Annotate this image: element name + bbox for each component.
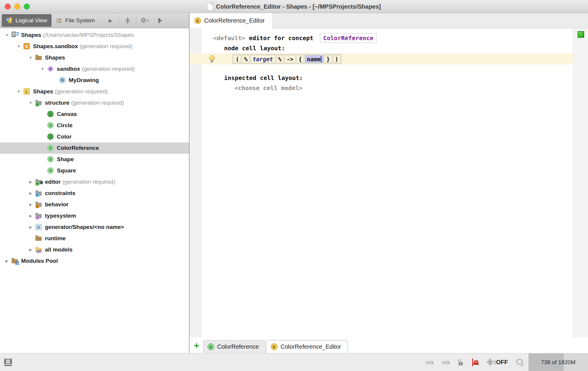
tree-item-mydrawing[interactable]: NMyDrawing xyxy=(0,75,189,86)
editor-tab-bar: E ColorReference_Editor xyxy=(190,13,588,28)
chevron-right-icon[interactable]: ▶ xyxy=(2,259,11,263)
play-icon[interactable]: ▶ xyxy=(104,13,118,28)
chevron-down-icon[interactable]: ▼ xyxy=(2,33,11,37)
tree-item-circle[interactable]: SCircle xyxy=(0,120,189,131)
tree-item-behavior[interactable]: ▶bbehavior xyxy=(0,199,189,210)
cell-collection[interactable]: (%target%->{name}) xyxy=(232,54,342,64)
add-aspect-icon[interactable]: + xyxy=(192,339,203,353)
folder-icon xyxy=(35,235,43,242)
editor-aspect-icon: E xyxy=(194,17,201,24)
editor-tab-colorreference-editor[interactable]: E ColorReference_Editor xyxy=(190,13,273,28)
chevron-right-icon[interactable]: ▶ xyxy=(26,225,35,229)
concept-root-icon: S xyxy=(47,133,54,140)
editor-cell-[interactable]: ( xyxy=(234,55,241,63)
tree-item-label: behavior xyxy=(45,201,68,208)
project-tree: ▼Shapes(/Users/vaclav/MPSProjects/Shapes… xyxy=(0,28,189,353)
aspect-tab-label: ColorReference xyxy=(217,343,259,350)
window-title: ColorReference_Editor - Shapes - [~/MPSP… xyxy=(216,3,381,10)
tree-item-shapes[interactable]: ▼LShapes(generation required) xyxy=(0,86,189,97)
typesystem-status[interactable]: T :OFF xyxy=(488,359,508,366)
tree-item-label: runtime xyxy=(45,235,66,242)
tree-item-structure[interactable]: ▼sstructure(generation required) xyxy=(0,97,189,109)
hide-panel-icon[interactable] xyxy=(152,13,166,28)
chevron-down-icon[interactable]: ▼ xyxy=(38,67,47,71)
tree-item-color[interactable]: SColor xyxy=(0,131,189,142)
tree-item-sandbox[interactable]: ▼Msandbox(generation required) xyxy=(0,63,189,75)
tree-item-label: Shapes.sandbox(generation required) xyxy=(33,43,132,50)
chevron-right-icon[interactable]: ▶ xyxy=(26,180,35,184)
status-encoding-value: n/a xyxy=(442,359,450,366)
chevron-right-icon[interactable]: ▶ xyxy=(26,214,35,218)
tree-item-typesystem[interactable]: ▶ttypesystem xyxy=(0,210,189,221)
settings-icon[interactable]: ⚙▾ xyxy=(137,13,152,28)
cell-layout-row[interactable]: (%target%->{name}) xyxy=(190,53,573,65)
tree-item-label: Canvas xyxy=(57,111,77,117)
editor-cell-[interactable]: -> xyxy=(284,55,295,63)
concept-icon: S xyxy=(47,144,54,152)
tree-item-shapes[interactable]: ▼Shapes(/Users/vaclav/MPSProjects/Shapes xyxy=(0,29,189,41)
chevron-right-icon[interactable]: ▶ xyxy=(26,248,35,252)
modules-pool-icon xyxy=(11,257,19,265)
tree-item-editor[interactable]: ▶e∗editor(generation required) xyxy=(0,176,189,188)
event-log-icon[interactable] xyxy=(516,359,524,366)
chevron-down-icon[interactable]: ▼ xyxy=(14,44,23,48)
memory-indicator[interactable]: 738 of 1820M xyxy=(528,353,588,371)
chevron-right-icon[interactable]: ▶ xyxy=(26,202,35,207)
tree-item-label: ColorReference xyxy=(57,145,99,151)
toolwindow-toggle-icon[interactable] xyxy=(4,359,12,366)
editor-for-concept-keyword: editor for concept xyxy=(249,34,313,42)
tree-item-suffix: (generation required) xyxy=(62,179,115,185)
concept-reference[interactable]: ColorReference xyxy=(320,33,377,43)
tree-item-shapes[interactable]: ▼Shapes xyxy=(0,52,189,63)
tree-item-modules-pool[interactable]: ▶Modules Pool xyxy=(0,255,189,267)
tree-item-label: Modules Pool xyxy=(21,258,58,264)
editor-body[interactable]: <default> editor for concept ColorRefere… xyxy=(190,28,588,337)
editor-cell-[interactable]: { xyxy=(296,55,304,63)
chevron-down-icon[interactable]: ▼ xyxy=(26,101,35,105)
editor-cell-[interactable]: ) xyxy=(333,55,340,63)
intention-bulb-icon[interactable] xyxy=(209,55,215,62)
editor-cell-target[interactable]: target xyxy=(251,55,275,63)
tree-item-all-models[interactable]: ▶all models xyxy=(0,244,189,255)
chevron-down-icon[interactable]: ▼ xyxy=(26,56,35,60)
tree-item-label: Shapes xyxy=(45,54,65,61)
editor-panel: E ColorReference_Editor <default> editor… xyxy=(190,13,588,353)
generator-icon: G xyxy=(35,224,43,231)
title-bar: ColorReference_Editor - Shapes - [~/MPSP… xyxy=(0,0,588,13)
tree-item-colorreference[interactable]: SColorReference xyxy=(0,142,189,154)
editor-cell-[interactable]: % xyxy=(242,55,249,63)
collapse-all-icon[interactable] xyxy=(121,13,135,28)
tree-item-suffix: (generation required) xyxy=(55,88,108,95)
tree-item-runtime[interactable]: runtime xyxy=(0,233,189,244)
tree-item-shapes-sandbox[interactable]: ▼SShapes.sandbox(generation required) xyxy=(0,41,189,52)
aspect-tab-colorreference-editor[interactable]: EColorReference_Editor xyxy=(266,340,348,353)
tab-file-system[interactable]: File System xyxy=(51,14,99,27)
chevron-right-icon[interactable]: ▶ xyxy=(26,191,35,195)
tree-item-generator-shapes-no-name-[interactable]: ▶Ggenerator/Shapes/<no name> xyxy=(0,221,189,233)
editor-cell-name[interactable]: name xyxy=(305,55,323,63)
tree-item-label: constraints xyxy=(45,190,75,196)
tab-logical-view[interactable]: DSL Logical View xyxy=(2,14,51,27)
chevron-down-icon[interactable]: ▼ xyxy=(14,89,23,94)
tree-item-canvas[interactable]: SCanvas xyxy=(0,109,189,120)
editor-cell-[interactable]: % xyxy=(276,55,284,63)
document-icon xyxy=(207,3,213,10)
tree-item-constraints[interactable]: ▶cconstraints xyxy=(0,188,189,199)
migration-alert-icon[interactable] xyxy=(472,359,479,366)
tree-item-shape[interactable]: SShape xyxy=(0,154,189,165)
inspection-ok-indicator[interactable] xyxy=(578,31,584,38)
logical-view-icon: DSL xyxy=(6,17,13,24)
concept-icon: S xyxy=(47,167,54,174)
choose-cell-model-placeholder[interactable]: <choose cell model> xyxy=(234,83,573,93)
unlock-icon[interactable] xyxy=(458,359,463,365)
editor-header-line[interactable]: <default> editor for concept ColorRefere… xyxy=(213,33,573,43)
node-cell-layout-label: node cell layout: xyxy=(224,43,573,53)
tree-item-label: MyDrawing xyxy=(69,77,99,84)
inspected-cell-layout-label: inspected cell layout: xyxy=(224,73,573,83)
editor-aspect-icon: E xyxy=(271,343,278,350)
editor-cell-[interactable]: } xyxy=(324,55,332,63)
editor-tab-label: ColorReference_Editor xyxy=(204,17,265,24)
tree-item-label: generator/Shapes/<no name> xyxy=(45,224,124,230)
tree-item-square[interactable]: SSquare xyxy=(0,165,189,176)
aspect-tab-colorreference[interactable]: SColorReference xyxy=(203,340,266,353)
